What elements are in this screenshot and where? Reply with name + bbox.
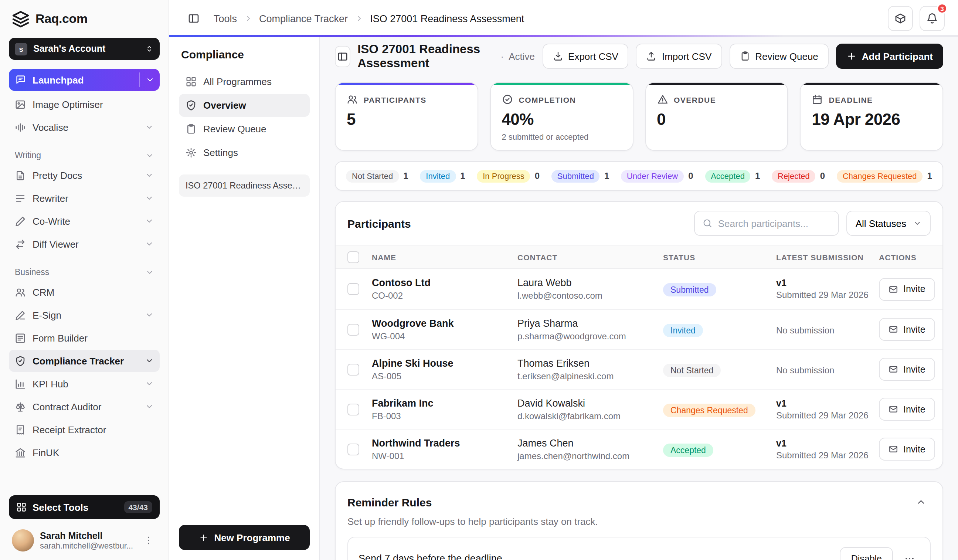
add-participant-button[interactable]: Add Participant <box>836 44 943 69</box>
users-icon <box>347 94 358 105</box>
status-filter-not-started[interactable]: Not Started 1 <box>346 170 408 182</box>
grid-icon <box>16 502 27 512</box>
sidebar-item-label: Launchpad <box>33 74 84 86</box>
stat-card-overdue: OVERDUE 0 <box>645 82 788 151</box>
user-menu-button[interactable] <box>140 532 157 549</box>
reminder-rule-text: Send 7 days before the deadline <box>358 553 502 560</box>
export-csv-button[interactable]: Export CSV <box>542 44 629 69</box>
launchpad-icon <box>16 75 26 85</box>
sidebar-item-launchpad[interactable]: Launchpad <box>9 69 160 91</box>
row-checkbox[interactable] <box>347 363 359 375</box>
reminder-rule: Send 7 days before the deadline Disable <box>347 537 931 560</box>
review-queue-button[interactable]: Review Queue <box>729 44 829 69</box>
row-checkbox[interactable] <box>347 324 359 335</box>
sidebar-item-label: Vocalise <box>33 122 68 133</box>
status-filter-rejected[interactable]: Rejected 0 <box>772 170 825 182</box>
sidebar-item-image-optimiser[interactable]: Image Optimiser <box>9 93 160 115</box>
stat-label: COMPLETION <box>519 95 576 104</box>
breadcrumb-tools[interactable]: Tools <box>214 13 237 24</box>
bar-chart-icon <box>15 378 26 389</box>
panel-collapse-button[interactable] <box>335 46 350 67</box>
sidebar-item-diff-viewer[interactable]: Diff Viewer <box>9 233 160 255</box>
status-filter-in-progress[interactable]: In Progress 0 <box>477 170 539 182</box>
status-filter-submitted[interactable]: Submitted 1 <box>552 170 609 182</box>
section-header[interactable]: Writing <box>9 151 160 160</box>
new-programme-button[interactable]: New Programme <box>179 525 310 550</box>
sidebar-item-receipt-extractor[interactable]: Receipt Extractor <box>9 419 160 441</box>
account-switcher[interactable]: s Sarah's Account <box>9 38 160 60</box>
whats-new-button[interactable] <box>888 6 913 31</box>
stat-label: OVERDUE <box>674 95 716 104</box>
breadcrumb-current: ISO 27001 Readiness Assessment <box>370 13 524 24</box>
panel-item-all-programmes[interactable]: All Programmes <box>179 70 310 93</box>
sidebar-item-compliance-tracker[interactable]: Compliance Tracker <box>9 350 160 372</box>
sidebar-section-business: Business CRM E-Sign Form Builder <box>9 268 160 463</box>
row-checkbox[interactable] <box>347 443 359 455</box>
invite-button[interactable]: Invite <box>879 278 935 300</box>
status-filter-under-review[interactable]: Under Review 0 <box>621 170 693 182</box>
search-participants <box>695 211 839 236</box>
sidebar-item-label: Form Builder <box>33 332 87 343</box>
notifications-button[interactable]: 3 <box>920 6 945 31</box>
launchpad-expand-button[interactable] <box>140 69 160 91</box>
search-input[interactable] <box>718 218 831 229</box>
grid-icon <box>186 76 197 87</box>
sidebar-item-pretty-docs[interactable]: Pretty Docs <box>9 164 160 186</box>
panel-item-label: Review Queue <box>203 124 266 135</box>
sidebar-item-finuk[interactable]: FinUK <box>9 441 160 463</box>
status-filter-dropdown[interactable]: All Statuses <box>847 211 931 236</box>
participant-name: Fabrikam Inc <box>372 397 517 408</box>
sidebar-item-label: Diff Viewer <box>33 238 79 249</box>
invite-button[interactable]: Invite <box>879 398 935 420</box>
user-profile[interactable]: Sarah Mitchell sarah.mitchell@westbur... <box>9 527 160 553</box>
section-header[interactable]: Business <box>9 268 160 276</box>
row-checkbox[interactable] <box>347 403 359 415</box>
sidebar-item-contract-auditor[interactable]: Contract Auditor <box>9 395 160 418</box>
stat-label: PARTICIPANTS <box>364 95 427 104</box>
participant-code: CO-002 <box>372 290 517 301</box>
brand[interactable]: Raq.com <box>9 10 160 28</box>
sidebar-item-form-builder[interactable]: Form Builder <box>9 327 160 349</box>
participant-code: WG-004 <box>372 331 517 341</box>
programme-item-iso-27001[interactable]: ISO 27001 Readiness Assessment <box>179 175 310 197</box>
status-filter-invited[interactable]: Invited 1 <box>420 170 465 182</box>
participants-title: Participants <box>347 217 411 230</box>
import-csv-button[interactable]: Import CSV <box>636 44 722 69</box>
breadcrumb: Tools Compliance Tracker ISO 27001 Readi… <box>214 13 524 24</box>
breadcrumb-compliance-tracker[interactable]: Compliance Tracker <box>259 13 348 24</box>
reminder-rules-subtitle: Set up friendly follow-ups to help parti… <box>347 516 931 527</box>
sidebar-section-writing: Writing Pretty Docs Rewriter Co-Write <box>9 151 160 255</box>
chevron-down-icon <box>145 379 154 388</box>
chevron-down-icon <box>145 240 154 248</box>
invite-button[interactable]: Invite <box>879 318 935 341</box>
contact-name: Thomas Eriksen <box>517 357 663 368</box>
disable-rule-button[interactable]: Disable <box>840 547 893 560</box>
receipt-icon <box>15 424 26 435</box>
select-tools-button[interactable]: Select Tools 43/43 <box>9 495 160 519</box>
sidebar-item-co-write[interactable]: Co-Write <box>9 210 160 232</box>
select-all-checkbox[interactable] <box>347 251 359 263</box>
panel-item-overview[interactable]: Overview <box>179 94 310 117</box>
panel-item-review-queue[interactable]: Review Queue <box>179 117 310 140</box>
sidebar-item-vocalise[interactable]: Vocalise <box>9 116 160 138</box>
column-header-contact: CONTACT <box>517 252 663 261</box>
sidebar-item-crm[interactable]: CRM <box>9 281 160 303</box>
scale-icon <box>15 401 26 412</box>
chevron-down-icon <box>145 217 154 225</box>
sidebar-toggle-button[interactable] <box>182 7 205 30</box>
sidebar-item-label: Receipt Extractor <box>33 424 106 435</box>
status-filter-changes-requested[interactable]: Changes Requested 1 <box>837 170 932 182</box>
status-filter-accepted[interactable]: Accepted 1 <box>705 170 760 182</box>
sidebar-item-e-sign[interactable]: E-Sign <box>9 304 160 326</box>
panel-item-settings[interactable]: Settings <box>179 141 310 164</box>
stat-card-deadline: DEADLINE 19 Apr 2026 <box>800 82 944 151</box>
column-header-status: STATUS <box>663 252 776 261</box>
sidebar-item-rewriter[interactable]: Rewriter <box>9 187 160 209</box>
account-initial-badge: s <box>15 43 27 55</box>
rule-more-button[interactable] <box>899 548 920 560</box>
invite-button[interactable]: Invite <box>879 358 935 381</box>
collapse-reminders-button[interactable] <box>912 492 931 512</box>
invite-button[interactable]: Invite <box>879 438 935 460</box>
row-checkbox[interactable] <box>347 283 359 295</box>
sidebar-item-kpi-hub[interactable]: KPI Hub <box>9 373 160 395</box>
